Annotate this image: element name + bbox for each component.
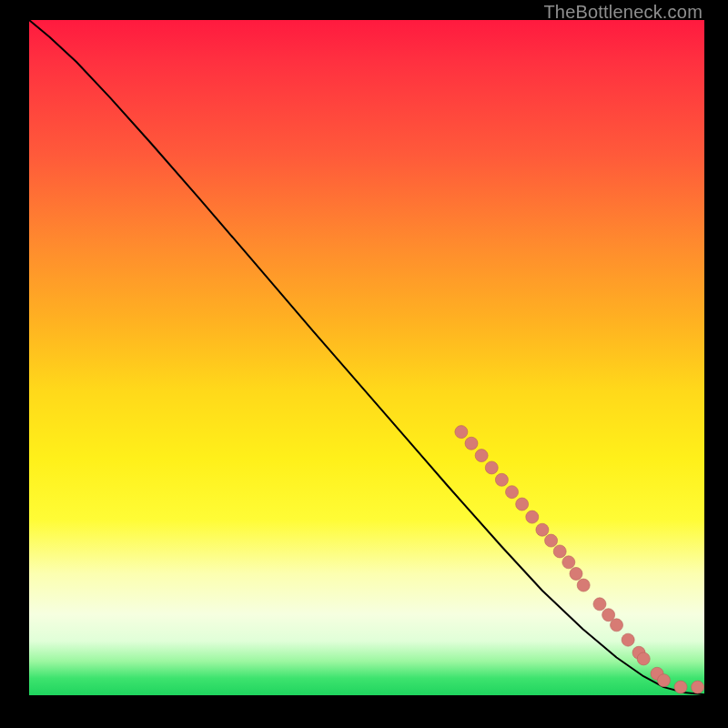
- data-dot: [570, 567, 582, 580]
- data-dot: [562, 556, 575, 569]
- data-dot: [545, 534, 558, 547]
- plot-area: [29, 20, 704, 695]
- data-dot: [465, 437, 478, 450]
- chart-svg: [29, 20, 704, 695]
- data-dot: [475, 450, 488, 462]
- data-dot: [526, 511, 539, 523]
- data-dot: [657, 674, 670, 687]
- data-dot: [577, 579, 590, 592]
- data-dot: [622, 633, 634, 646]
- data-dot: [637, 652, 650, 665]
- data-dot: [495, 473, 508, 486]
- data-dot: [455, 426, 468, 439]
- data-dot: [674, 681, 687, 693]
- data-dot: [485, 461, 498, 474]
- data-dot: [506, 486, 519, 499]
- data-dot: [536, 523, 549, 536]
- data-dot: [593, 598, 606, 611]
- data-dots: [455, 426, 704, 693]
- data-dot: [611, 619, 623, 632]
- bottleneck-curve: [29, 20, 704, 694]
- data-dot: [516, 498, 529, 511]
- chart-stage: TheBottleneck.com: [0, 0, 728, 728]
- data-dot: [602, 609, 615, 622]
- data-dot: [692, 681, 704, 693]
- data-dot: [553, 545, 566, 558]
